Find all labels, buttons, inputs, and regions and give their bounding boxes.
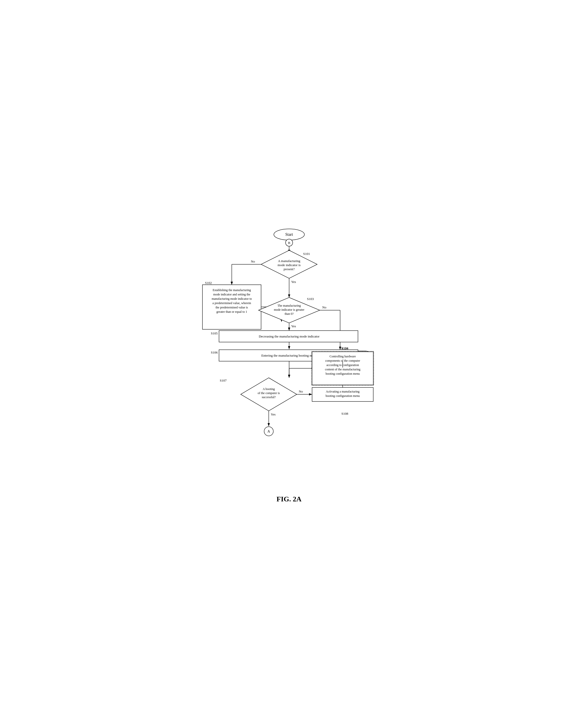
s103-text1: The manufacturing: [277, 304, 301, 307]
s109-text1: Controlling hardware: [329, 355, 356, 358]
s102-label: S102: [205, 281, 212, 285]
s103-label: S103: [307, 297, 314, 301]
s101-text-line2: mode indicator is: [277, 263, 300, 267]
s103-text2: mode indicator is greater: [274, 308, 304, 311]
s102-text2: mode indicator and setting the: [213, 293, 250, 296]
s108-label: S108: [342, 412, 348, 415]
s109-text4: content of the manufacturing: [325, 368, 360, 371]
connector-b: B: [288, 241, 290, 245]
s106-text: Entering the manufacturing booting mode: [261, 354, 317, 357]
s107-text2: of the computer is: [257, 391, 280, 395]
s107-yes-label: Yes: [271, 412, 276, 416]
s108-text1: Activating a manufacturing: [326, 390, 359, 393]
s106-label: S106: [211, 350, 218, 354]
s101-label: S101: [303, 252, 310, 256]
s103-text3: than 0?: [284, 312, 294, 316]
s109-text5: booting configuration menu: [326, 372, 360, 375]
figure-label: FIG. 2A: [190, 495, 388, 503]
s101-text-line3: present?: [283, 267, 295, 271]
start-label: Start: [285, 232, 293, 237]
s102-text1: Establishing the manufacturing: [212, 288, 251, 292]
connector-a: A: [267, 430, 270, 433]
s109-label: S109: [342, 347, 348, 350]
s103-no-label: No: [322, 305, 326, 309]
s105-label: S105: [211, 331, 218, 335]
s102-text5: the predetermined value is: [216, 306, 248, 309]
s101-yes-label: Yes: [291, 280, 296, 284]
s103-yes-label: Yes: [291, 324, 296, 328]
s107-label: S107: [220, 379, 227, 382]
s107-text1: A booting: [262, 387, 275, 391]
s105-text: Decreasing the manufacturing mode indica…: [258, 334, 320, 338]
s108-text2: booting configuration menu: [326, 394, 360, 398]
s101-text-line1: A manufacturing: [278, 259, 300, 263]
diagram-container: Start B S101 A manufacturing mode indica…: [190, 225, 388, 503]
s107-no-label: No: [299, 389, 303, 393]
s107-text3: successful?: [261, 395, 276, 399]
s102-text4: a predetermined value, wherein: [212, 301, 251, 305]
s101-no-label: No: [251, 259, 255, 263]
s102-text3: manufacturing mode indicator to: [211, 297, 252, 301]
s102-text6: greater than or equal to 1: [216, 310, 247, 314]
